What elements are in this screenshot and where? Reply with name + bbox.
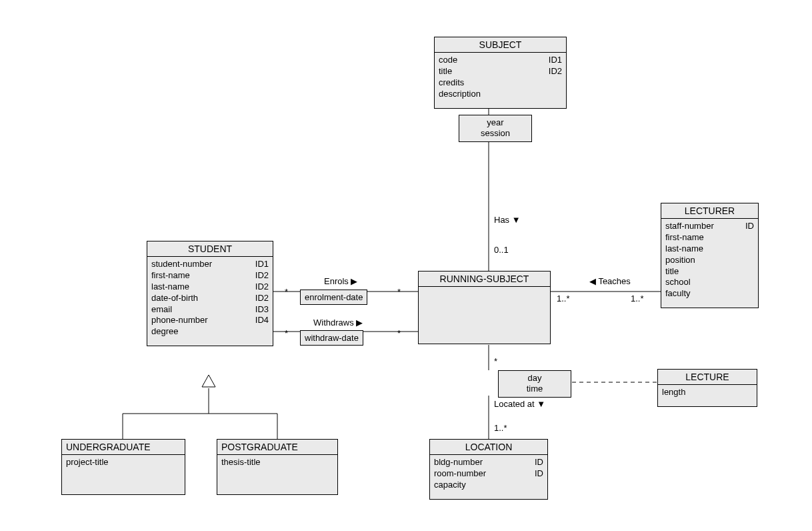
mult-withdraws-right: *	[397, 328, 401, 338]
entity-title: SUBJECT	[435, 37, 566, 53]
rel-label-teaches: ◀ Teaches	[589, 276, 631, 286]
entity-body: bldg-numberID room-numberID capacity	[430, 455, 547, 499]
entity-running-subject: RUNNING-SUBJECT	[418, 271, 551, 344]
rel-label-withdraws: Withdraws ▶	[313, 318, 363, 328]
rel-label-has: Has ▼	[494, 215, 521, 225]
mult-teaches-left: 1..*	[557, 294, 570, 304]
entity-subject: SUBJECT codeID1 titleID2 credits descrip…	[434, 37, 567, 109]
assoc-class-enrols: enrolment-date	[300, 290, 367, 305]
mult-withdraws-left: *	[285, 328, 288, 338]
mult-daytime-top: *	[494, 356, 497, 366]
entity-title: LECTURER	[661, 203, 758, 219]
entity-body: length	[658, 385, 757, 406]
assoc-class-withdraws: withdraw-date	[300, 330, 363, 346]
entity-lecture: LECTURE length	[657, 369, 757, 407]
mult-enrols-right: *	[397, 287, 401, 297]
entity-title: POSTGRADUATE	[217, 440, 337, 455]
mult-teaches-right: 1..*	[631, 294, 644, 304]
entity-title: UNDERGRADUATE	[62, 440, 185, 455]
entity-undergraduate: UNDERGRADUATE project-title	[61, 439, 185, 495]
entity-location: LOCATION bldg-numberID room-numberID cap…	[429, 439, 548, 500]
entity-postgraduate: POSTGRADUATE thesis-title	[217, 439, 338, 495]
entity-student: STUDENT student-numberID1 first-nameID2 …	[147, 241, 273, 346]
mult-enrols-left: *	[285, 287, 288, 297]
mult-located-bottom: 1..*	[494, 423, 507, 433]
rel-label-located-at: Located at ▼	[494, 399, 545, 409]
entity-body: thesis-title	[217, 455, 337, 494]
assoc-class-day-time: day time	[498, 370, 571, 398]
entity-title: RUNNING-SUBJECT	[419, 272, 550, 287]
entity-body: student-numberID1 first-nameID2 last-nam…	[147, 257, 273, 346]
rel-label-enrols: Enrols ▶	[324, 276, 357, 286]
entity-title: LOCATION	[430, 440, 547, 455]
entity-body	[419, 287, 550, 344]
entity-body: project-title	[62, 455, 185, 494]
entity-body: staff-numberID first-name last-name posi…	[661, 219, 758, 308]
assoc-class-year-session: year session	[459, 115, 532, 142]
mult-has-bottom: 0..1	[494, 245, 509, 255]
svg-marker-12	[202, 375, 215, 387]
entity-body: codeID1 titleID2 credits description	[435, 53, 566, 108]
entity-lecturer: LECTURER staff-numberID first-name last-…	[661, 203, 759, 308]
entity-title: LECTURE	[658, 370, 757, 385]
entity-title: STUDENT	[147, 241, 273, 257]
